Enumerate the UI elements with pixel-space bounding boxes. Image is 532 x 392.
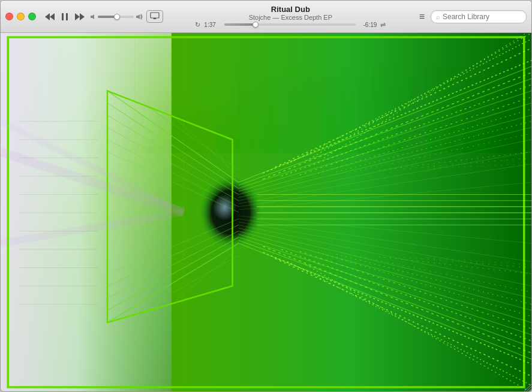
volume-high-icon bbox=[136, 14, 143, 20]
time-remaining: -6:19 bbox=[360, 22, 377, 28]
visualizer-canvas bbox=[1, 33, 531, 391]
titlebar: Ritual Dub Stojche — Excess Depth EP ↻ 1… bbox=[1, 1, 531, 33]
progress-thumb bbox=[253, 22, 259, 28]
minimize-button[interactable] bbox=[17, 13, 25, 20]
volume-thumb[interactable] bbox=[114, 14, 120, 20]
visualizer-area bbox=[1, 33, 531, 391]
svg-marker-6 bbox=[91, 14, 94, 19]
svg-marker-7 bbox=[136, 14, 140, 19]
airplay-icon bbox=[150, 12, 160, 19]
shuffle-icon[interactable]: ⇌ bbox=[380, 21, 386, 29]
svg-marker-0 bbox=[45, 13, 50, 20]
transport-controls bbox=[43, 10, 163, 23]
svg-rect-2 bbox=[62, 13, 64, 20]
search-input[interactable] bbox=[443, 13, 521, 21]
progress-row: ↻ 1:37 -6:19 ⇌ bbox=[168, 21, 413, 29]
svg-marker-5 bbox=[80, 13, 85, 20]
traffic-lights bbox=[5, 13, 36, 20]
viz-svg bbox=[1, 33, 531, 391]
time-elapsed: 1:37 bbox=[204, 22, 221, 28]
resize-handle[interactable] bbox=[522, 382, 531, 391]
volume-low-icon bbox=[90, 14, 96, 20]
volume-track[interactable] bbox=[98, 16, 134, 18]
search-box[interactable]: ⌕ bbox=[431, 10, 527, 23]
svg-line-105 bbox=[529, 389, 531, 391]
search-icon: ⌕ bbox=[436, 13, 440, 20]
track-info: Ritual Dub Stojche — Excess Depth EP ↻ 1… bbox=[168, 5, 413, 29]
main-window: Ritual Dub Stojche — Excess Depth EP ↻ 1… bbox=[0, 0, 532, 392]
track-artist-album: Stojche — Excess Depth EP bbox=[249, 14, 332, 21]
close-button[interactable] bbox=[5, 13, 13, 20]
rewind-button[interactable] bbox=[43, 11, 56, 22]
progress-bar[interactable] bbox=[224, 23, 356, 26]
svg-marker-4 bbox=[75, 13, 80, 20]
svg-rect-3 bbox=[66, 13, 68, 20]
svg-line-104 bbox=[527, 387, 531, 391]
progress-fill bbox=[224, 23, 253, 26]
svg-marker-1 bbox=[50, 13, 55, 20]
track-title: Ritual Dub bbox=[271, 5, 310, 14]
forward-button[interactable] bbox=[73, 11, 86, 22]
maximize-button[interactable] bbox=[28, 13, 36, 20]
airplay-button[interactable] bbox=[146, 10, 163, 23]
svg-rect-8 bbox=[151, 13, 159, 18]
repeat-icon[interactable]: ↻ bbox=[195, 21, 200, 29]
playlist-button[interactable]: ≡ bbox=[418, 10, 426, 23]
pause-button[interactable] bbox=[60, 11, 70, 22]
volume-control bbox=[90, 14, 143, 20]
